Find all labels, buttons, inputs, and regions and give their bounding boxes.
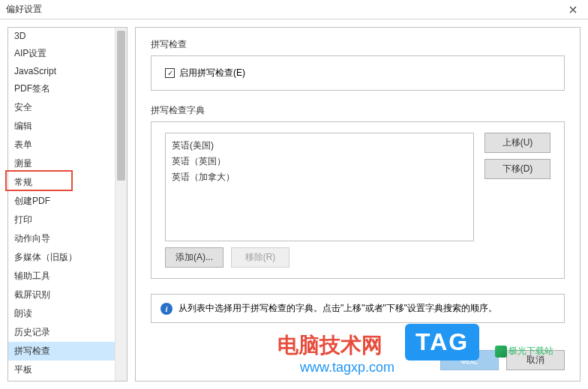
sidebar-item[interactable]: 测量: [8, 154, 115, 173]
dictionary-order-buttons: 上移(U) 下移(D): [484, 133, 550, 241]
content-area: 3DAIP设置JavaScriptPDF签名安全编辑表单测量常规创建PDF打印动…: [0, 19, 588, 389]
spellcheck-section-label: 拼写检查: [151, 38, 565, 51]
info-row: i 从列表中选择用于拼写检查的字典。点击"上移"或者"下移"设置字典搜索的顺序。: [151, 294, 565, 323]
sidebar-item[interactable]: 平板: [8, 361, 115, 379]
sidebar-item[interactable]: 辅助工具: [8, 267, 115, 286]
main-panel: 拼写检查 ✓ 启用拼写检查(E) 拼写检查字典 英语(美国)英语（英国）英语（加…: [135, 27, 580, 382]
spellcheck-group: 拼写检查 ✓ 启用拼写检查(E): [151, 38, 565, 91]
scrollbar[interactable]: [115, 28, 127, 381]
move-down-button[interactable]: 下移(D): [484, 159, 550, 179]
dialog-buttons: 确定 取消: [440, 350, 565, 370]
sidebar-item[interactable]: 表单: [8, 136, 115, 154]
add-button[interactable]: 添加(A)...: [165, 247, 224, 268]
sidebar-item[interactable]: 历史记录: [8, 323, 115, 342]
ok-button[interactable]: 确定: [440, 350, 499, 370]
scrollbar-thumb[interactable]: [117, 31, 125, 181]
sidebar-container: 3DAIP设置JavaScriptPDF签名安全编辑表单测量常规创建PDF打印动…: [8, 27, 128, 382]
titlebar: 偏好设置: [0, 0, 588, 19]
remove-button[interactable]: 移除(R): [231, 247, 290, 268]
checkbox-icon: ✓: [165, 68, 175, 78]
sidebar-item[interactable]: 常规: [8, 173, 115, 192]
sidebar-item[interactable]: 拼写检查: [8, 342, 115, 361]
dictionary-list-item[interactable]: 英语（英国）: [172, 154, 467, 169]
sidebar-item[interactable]: 截屏识别: [8, 286, 115, 304]
sidebar-item[interactable]: 安全: [8, 98, 115, 117]
sidebar-item[interactable]: 动作向导: [8, 229, 115, 248]
sidebar-item[interactable]: 朗读: [8, 304, 115, 323]
sidebar-item[interactable]: 创建PDF: [8, 192, 115, 211]
window-title: 偏好设置: [6, 3, 42, 16]
dictionary-section-label: 拼写检查字典: [151, 104, 565, 117]
spellcheck-box: ✓ 启用拼写检查(E): [151, 55, 565, 91]
dictionary-list-item[interactable]: 英语（加拿大）: [172, 169, 467, 185]
move-up-button[interactable]: 上移(U): [484, 133, 550, 153]
sidebar-item[interactable]: 编辑: [8, 117, 115, 136]
sidebar-item[interactable]: 3D: [8, 28, 115, 44]
sidebar-item[interactable]: 多媒体（旧版）: [8, 248, 115, 267]
close-button[interactable]: [558, 0, 588, 19]
dictionary-list[interactable]: 英语(美国)英语（英国）英语（加拿大）: [165, 133, 474, 241]
dictionary-list-item[interactable]: 英语(美国): [172, 138, 467, 154]
close-icon: [569, 6, 577, 13]
category-sidebar[interactable]: 3DAIP设置JavaScriptPDF签名安全编辑表单测量常规创建PDF打印动…: [8, 28, 115, 381]
sidebar-item[interactable]: JavaScript: [8, 63, 115, 79]
cancel-button[interactable]: 取消: [506, 350, 565, 370]
sidebar-item[interactable]: PDF签名: [8, 79, 115, 98]
dictionary-group: 拼写检查字典 英语(美国)英语（英国）英语（加拿大） 上移(U) 下移(D) 添…: [151, 104, 565, 279]
dictionary-action-buttons: 添加(A)... 移除(R): [165, 247, 550, 268]
sidebar-item[interactable]: 打印: [8, 211, 115, 229]
info-icon: i: [160, 303, 172, 315]
info-text: 从列表中选择用于拼写检查的字典。点击"上移"或者"下移"设置字典搜索的顺序。: [178, 302, 497, 315]
enable-spellcheck-label: 启用拼写检查(E): [179, 67, 245, 79]
enable-spellcheck-checkbox[interactable]: ✓ 启用拼写检查(E): [165, 67, 550, 79]
dictionary-box: 英语(美国)英语（英国）英语（加拿大） 上移(U) 下移(D) 添加(A)...…: [151, 121, 565, 279]
sidebar-item[interactable]: AIP设置: [8, 44, 115, 63]
dictionary-area: 英语(美国)英语（英国）英语（加拿大） 上移(U) 下移(D): [165, 133, 550, 241]
